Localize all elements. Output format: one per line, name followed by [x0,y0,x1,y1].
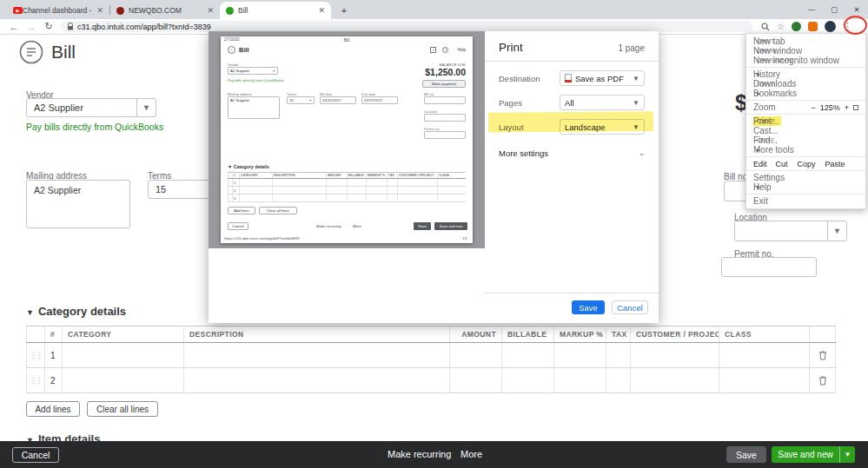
menu-item-help[interactable]: Help ▸ [746,182,865,192]
browser-tab-bill[interactable]: Bill ✕ [220,2,331,19]
vendor-select[interactable]: A2 Supplier ▼ [26,98,156,117]
forward-icon[interactable]: → [23,22,40,32]
category-cell[interactable] [63,368,184,392]
chevron-down-icon[interactable]: ▼ [827,221,846,241]
menu-item-bookmarks[interactable]: Bookmarks ▸ [746,89,865,98]
class-cell[interactable] [719,343,810,367]
customer-project-cell[interactable] [631,368,719,392]
permit-no-field[interactable] [721,257,817,277]
edit-copy-button[interactable]: Copy [798,160,816,168]
zoom-out-button[interactable]: − [811,103,815,112]
billable-cell[interactable] [502,343,554,367]
billable-cell[interactable] [502,368,554,392]
table-row: 3 [228,194,466,202]
back-icon[interactable]: ← [5,22,23,32]
menu-item-downloads[interactable]: Downloads Ctrl+J [746,79,865,89]
clear-all-lines-button[interactable]: Clear all lines [87,401,158,417]
tax-cell[interactable] [606,343,631,367]
window-maximize-button[interactable]: ▢ [823,0,845,19]
drag-handle-icon[interactable]: ⋮⋮ [26,368,45,392]
location-select[interactable]: ▼ [734,221,847,241]
zoom-in-button[interactable]: + [845,103,849,112]
print-page-count: 1 page [618,43,645,53]
window-close-button[interactable]: ✕ [845,0,868,19]
page-title: Bill [51,42,76,63]
menu-item-new-tab[interactable]: New tab Ctrl+T [746,36,865,46]
menu-item-history[interactable]: History ▸ [746,69,865,79]
category-details-heading[interactable]: ▼Category details [26,305,126,318]
print-save-button[interactable]: Save [572,300,605,314]
col-class: CLASS [719,326,810,342]
customer-project-cell[interactable] [631,343,719,367]
amount-cell[interactable] [450,343,502,367]
bookmark-star-icon[interactable]: ☆ [777,22,785,31]
category-cell[interactable] [63,343,184,367]
edit-paste-button[interactable]: Paste [825,160,845,168]
cancel-button[interactable]: Cancel [12,447,59,463]
menu-item-edit: Edit Cut Copy Paste [746,159,865,168]
menu-item-new-window[interactable]: New window Ctrl+N [746,46,865,56]
drag-handle-icon[interactable]: ⋮⋮ [26,343,45,367]
menu-item-exit[interactable]: Exit [746,196,865,206]
layout-select[interactable]: Landscape ▼ [560,119,645,135]
markup-cell[interactable] [554,368,606,392]
destination-select[interactable]: Save as PDF ▼ [560,70,645,86]
menu-item-find[interactable]: Find... Ctrl+F [746,135,865,145]
menu-item-new-incognito-window[interactable]: New incognito window Ctrl+Shift+N [746,56,865,65]
mailing-address-field[interactable]: A2 Supplier [26,180,130,228]
pages-select[interactable]: All ▼ [560,95,645,110]
menu-item-more-tools[interactable]: More tools ▸ [746,145,865,155]
collapse-triangle-icon[interactable]: ▼ [26,308,34,317]
markup-cell[interactable] [554,343,606,367]
tab-close-icon[interactable]: ✕ [207,6,214,15]
more-settings-button[interactable]: More settings ⌄ [499,148,645,158]
layout-value: Landscape [565,122,605,132]
pay-bills-link[interactable]: Pay bills directly from QuickBooks [26,122,163,132]
class-cell[interactable] [719,368,810,392]
zoom-level: 125% [820,103,840,112]
extension-orange-icon[interactable] [808,22,818,31]
amount-cell[interactable] [450,368,502,392]
location-field [424,114,466,122]
more-button[interactable]: More [461,449,482,459]
make-recurring-button[interactable]: Make recurring [388,449,451,459]
url-text: c31.qbo.intuit.com/app/bill?txnId=3839 [77,23,211,31]
chrome-menu-kebab-icon[interactable]: ⋮ [843,21,852,32]
page-header: Bill [19,40,76,64]
fullscreen-icon[interactable] [853,105,858,110]
menu-separator [746,67,865,68]
window-minimize-button[interactable]: — [800,0,823,19]
preview-page-title: Bill [239,46,249,54]
menu-item-print[interactable]: Print... Ctrl+P [746,116,865,126]
new-tab-button[interactable]: + [335,3,354,18]
menu-item-settings[interactable]: Settings [746,173,865,182]
chevron-down-icon[interactable]: ▼ [839,446,855,463]
zoom-magnifier-icon[interactable] [761,23,770,31]
tab-close-icon[interactable]: ✕ [318,6,325,15]
edit-cut-button[interactable]: Cut [776,160,788,168]
chevron-down-icon: ▼ [633,123,639,131]
save-button[interactable]: Save [726,446,766,463]
delete-row-button[interactable] [810,368,836,392]
browser-tab-newqbo[interactable]: NEWQBO.COM ✕ [110,2,220,19]
print-dialog-buttons: Save Cancel [485,293,659,323]
profile-avatar[interactable] [825,21,836,32]
description-cell[interactable] [184,368,450,392]
refresh-icon[interactable]: ↻ [40,21,57,32]
terms-field: 15▼ [287,96,315,104]
vendor-select: A2 Supplier▼ [228,67,278,75]
tax-cell[interactable] [606,368,631,392]
add-lines-button[interactable]: Add lines [26,401,80,417]
menu-separator [746,194,865,194]
print-cancel-button[interactable]: Cancel [612,300,648,314]
save-and-new-button[interactable]: Save and new ▼ [772,446,855,463]
delete-row-button[interactable] [810,343,836,367]
chevron-down-icon[interactable]: ▼ [136,99,156,116]
extension-green-icon[interactable] [792,22,801,31]
menu-item-cast[interactable]: Cast... [746,126,865,135]
description-cell[interactable] [184,343,450,367]
bill-icon [19,40,43,64]
browser-tab-youtube[interactable]: ▶ Channel dashboard - YouTube S ✕ [7,2,109,19]
col-tax: TAX [606,326,631,342]
tab-close-icon[interactable]: ✕ [96,6,103,15]
